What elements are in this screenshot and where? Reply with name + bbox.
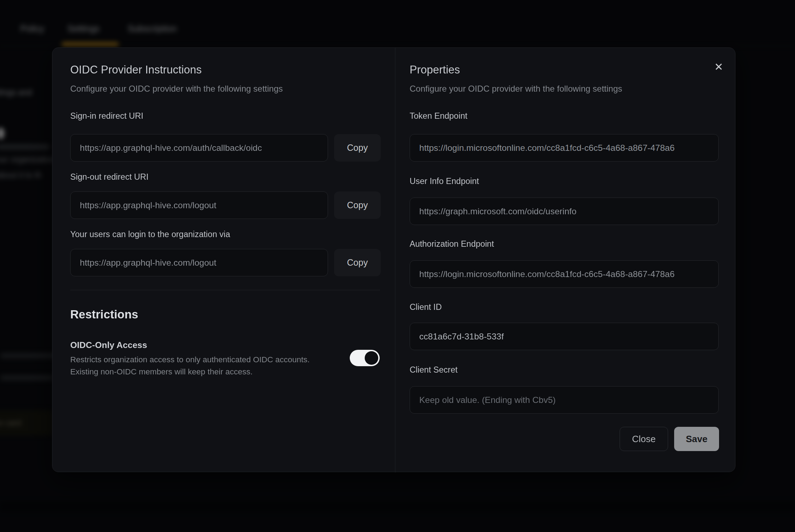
copy-sign-in-uri-button[interactable]: Copy <box>334 134 381 162</box>
user-info-endpoint-input[interactable] <box>410 198 719 225</box>
oidc-settings-modal: ✕ OIDC Provider Instructions Configure y… <box>52 47 735 472</box>
authorization-endpoint-input[interactable] <box>410 260 719 288</box>
page: Policy Settings Subscription ttings and … <box>0 0 795 532</box>
copy-sign-out-uri-button[interactable]: Copy <box>334 191 381 219</box>
oidc-only-access-description: Restricts organization access to only au… <box>70 354 334 378</box>
client-id-label: Client ID <box>410 302 442 312</box>
client-secret-input[interactable] <box>410 386 719 414</box>
token-endpoint-input[interactable] <box>410 134 719 162</box>
properties-title: Properties <box>410 63 460 76</box>
login-via-label: Your users can login to the organization… <box>70 230 230 239</box>
description-line: Restricts organization access to only au… <box>70 355 310 364</box>
sign-in-redirect-uri-label: Sign-in redirect URI <box>70 111 143 121</box>
sign-out-redirect-uri-input[interactable] <box>70 191 328 219</box>
sign-out-redirect-uri-label: Sign-out redirect URI <box>70 172 148 182</box>
instructions-subtitle: Configure your OIDC provider with the fo… <box>70 84 283 94</box>
user-info-endpoint-label: User Info Endpoint <box>410 177 479 186</box>
copy-login-via-button[interactable]: Copy <box>334 249 381 276</box>
close-icon[interactable]: ✕ <box>710 58 727 76</box>
sign-in-redirect-uri-input[interactable] <box>70 134 328 162</box>
token-endpoint-label: Token Endpoint <box>410 111 467 121</box>
save-button[interactable]: Save <box>674 427 719 451</box>
restrictions-divider <box>70 290 380 290</box>
client-secret-label: Client Secret <box>410 365 458 375</box>
authorization-endpoint-label: Authorization Endpoint <box>410 239 494 249</box>
column-divider <box>395 48 395 472</box>
properties-subtitle: Configure your OIDC provider with the fo… <box>410 84 622 94</box>
oidc-only-access-label: OIDC-Only Access <box>70 340 147 350</box>
instructions-title: OIDC Provider Instructions <box>70 63 202 76</box>
restrictions-title: Restrictions <box>70 308 138 321</box>
oidc-only-access-toggle[interactable] <box>350 350 380 366</box>
client-id-input[interactable] <box>410 323 719 350</box>
description-line: Existing non-OIDC members will keep thei… <box>70 367 252 376</box>
login-via-input[interactable] <box>70 249 328 276</box>
close-button[interactable]: Close <box>620 427 668 451</box>
toggle-thumb <box>365 351 378 365</box>
